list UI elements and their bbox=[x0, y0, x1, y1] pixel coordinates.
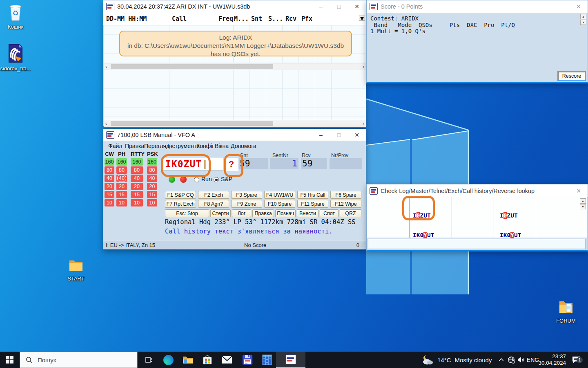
band-button[interactable]: 10 bbox=[147, 199, 157, 206]
scroll-down-icon[interactable]: ▼ bbox=[359, 16, 365, 21]
scrollbar-thumb[interactable] bbox=[111, 121, 273, 126]
log-grid-bottom-pane[interactable] bbox=[104, 70, 366, 120]
scroll-up-icon[interactable]: ▲ bbox=[580, 14, 586, 19]
check-window-titlebar[interactable]: Check Log/Master/Telnet/Exch/Call histor… bbox=[367, 184, 588, 197]
clock-tray[interactable]: 23:37 30.04.2024 bbox=[540, 352, 566, 368]
resize-grip-icon[interactable]: ⋰ bbox=[361, 242, 365, 247]
scroll-down-icon[interactable]: ▼ bbox=[580, 204, 586, 209]
band-button[interactable]: 20 bbox=[131, 183, 143, 190]
log-button[interactable]: Лог bbox=[232, 209, 251, 217]
task-view-button[interactable] bbox=[139, 352, 158, 368]
column-header[interactable]: DD-MM HH:MM bbox=[106, 15, 147, 22]
file-explorer-button[interactable] bbox=[178, 352, 198, 368]
start-button[interactable] bbox=[0, 352, 20, 368]
band-button[interactable]: 20 bbox=[116, 183, 127, 190]
sp-radio-label[interactable]: S&P bbox=[221, 176, 232, 182]
band-button[interactable]: 160 bbox=[147, 158, 157, 166]
spot-button[interactable]: Спот bbox=[320, 209, 339, 217]
band-button[interactable]: 80 bbox=[131, 166, 143, 174]
scroll-left-icon[interactable]: ‹ bbox=[105, 121, 107, 126]
band-button[interactable]: 80 bbox=[105, 166, 114, 174]
band-button[interactable]: 40 bbox=[131, 175, 143, 182]
scroll-right-icon[interactable]: › bbox=[363, 121, 364, 126]
nrprov-field[interactable] bbox=[330, 158, 362, 169]
tray-overflow-button[interactable] bbox=[497, 352, 506, 368]
run-radio[interactable] bbox=[194, 177, 199, 182]
column-header[interactable]: M... bbox=[234, 15, 249, 22]
fkey-button-f8[interactable]: F8 Agn? bbox=[198, 200, 229, 208]
scroll-up-icon[interactable]: ▲ bbox=[580, 198, 586, 204]
fkey-button-f1[interactable]: F1 S&P CQ bbox=[165, 191, 196, 199]
fkey-button-f6[interactable]: F6 Spare bbox=[330, 191, 361, 199]
band-button[interactable]: 40 bbox=[147, 175, 157, 182]
fkey-button-f4[interactable]: F4 UW1WU bbox=[264, 191, 295, 199]
menu-file[interactable]: Файл bbox=[108, 143, 122, 149]
close-icon[interactable]: ✕ bbox=[348, 129, 366, 141]
scroll-right-icon[interactable]: › bbox=[363, 64, 364, 70]
band-button[interactable]: 15 bbox=[116, 191, 127, 198]
close-icon[interactable]: ✕ bbox=[348, 0, 366, 13]
menu-config[interactable]: Конфіг bbox=[196, 143, 214, 149]
edit-button[interactable]: Правка bbox=[252, 209, 274, 217]
maximize-icon[interactable]: □ bbox=[330, 129, 348, 141]
menu-help[interactable]: Допомога bbox=[231, 143, 256, 149]
band-button[interactable]: 20 bbox=[105, 183, 114, 190]
menu-windows[interactable]: Вікна bbox=[215, 143, 229, 149]
column-header[interactable]: S... bbox=[268, 15, 283, 22]
band-button[interactable]: 80 bbox=[147, 166, 157, 174]
rescore-button[interactable]: Rescore bbox=[558, 72, 585, 80]
horizontal-scrollbar[interactable]: ‹ › bbox=[104, 120, 366, 127]
fkey-button-f12[interactable]: F12 Wipe bbox=[330, 200, 361, 208]
band-button[interactable]: 80 bbox=[116, 166, 127, 174]
network-tray-button[interactable] bbox=[506, 352, 516, 368]
rcv-field[interactable]: 59 bbox=[301, 158, 327, 169]
mark-button[interactable]: Познач bbox=[275, 209, 296, 217]
qrz-button[interactable]: QRZ bbox=[340, 209, 361, 217]
band-button[interactable]: 10 bbox=[105, 199, 114, 206]
score-window-titlebar[interactable]: Score - 0 Points ✕ bbox=[367, 0, 588, 13]
store-button[interactable]: Внести bbox=[297, 209, 318, 217]
sp-radio[interactable] bbox=[214, 177, 219, 182]
fkey-button-f11[interactable]: F11 Spare bbox=[297, 200, 328, 208]
fkey-button-f2[interactable]: F2 Exch bbox=[198, 191, 229, 199]
scroll-down-icon[interactable]: ▼ bbox=[580, 20, 586, 25]
fkey-button-f5[interactable]: F5 His Call bbox=[297, 191, 328, 199]
snt-field[interactable]: 59 bbox=[238, 158, 268, 169]
log-grid-top-pane[interactable]: Log: ARIDX in db: C:\Users\uw1wu\Documen… bbox=[104, 25, 366, 63]
column-header[interactable]: Pfx bbox=[301, 15, 312, 22]
mail-button[interactable] bbox=[217, 352, 237, 368]
fkey-button-f3[interactable]: F3 Spare bbox=[231, 191, 262, 199]
horizontal-scrollbar[interactable]: ‹ › bbox=[104, 63, 366, 70]
menu-tools[interactable]: Інструменти bbox=[167, 143, 200, 149]
check-partial-indicator[interactable]: ? bbox=[224, 158, 238, 171]
language-indicator[interactable]: ENG bbox=[527, 352, 539, 368]
logger-app-button[interactable] bbox=[237, 352, 258, 368]
close-icon[interactable]: ✕ bbox=[570, 184, 588, 197]
wipe-button[interactable]: Стерти bbox=[210, 209, 231, 217]
menu-view[interactable]: Перегляд bbox=[144, 143, 169, 149]
scrollbar-thumb[interactable] bbox=[111, 64, 273, 69]
desktop-icon-start-folder[interactable]: START bbox=[60, 258, 91, 282]
desktop-icon-sidorov-file[interactable]: sidorov_tra... bbox=[0, 43, 31, 72]
band-button[interactable]: 15 bbox=[131, 191, 143, 198]
log-window-titlebar[interactable]: 30.04.2024 20:37:42Z ARI DX INT - UW1WU.… bbox=[103, 0, 366, 13]
menu-edit[interactable]: Правка bbox=[125, 143, 144, 149]
taskbar-search[interactable]: Пошук bbox=[20, 352, 138, 368]
microsoft-store-button[interactable] bbox=[198, 352, 217, 368]
band-button[interactable]: 160 bbox=[116, 158, 127, 166]
band-button-selected[interactable]: 40 bbox=[116, 175, 127, 182]
desktop-icon-recycle-bin[interactable]: ♻ Кошик bbox=[0, 3, 31, 30]
band-button[interactable]: 10 bbox=[131, 199, 143, 206]
edge-browser-button[interactable] bbox=[158, 352, 178, 368]
bandmap-app-button[interactable] bbox=[258, 352, 276, 368]
maximize-icon[interactable]: □ bbox=[330, 0, 348, 13]
band-button[interactable]: 20 bbox=[147, 183, 157, 190]
desktop-icon-forum-folder[interactable]: FORUM bbox=[550, 299, 581, 324]
band-button[interactable]: 160 bbox=[105, 158, 114, 166]
fkey-button-f10[interactable]: F10 Spare bbox=[264, 200, 295, 208]
minimize-icon[interactable]: – bbox=[312, 0, 330, 13]
column-header[interactable]: Rcv bbox=[285, 15, 296, 22]
band-button[interactable]: 15 bbox=[147, 191, 157, 198]
volume-tray-button[interactable] bbox=[516, 352, 526, 368]
n1mm-taskbar-button-active[interactable] bbox=[276, 352, 305, 368]
